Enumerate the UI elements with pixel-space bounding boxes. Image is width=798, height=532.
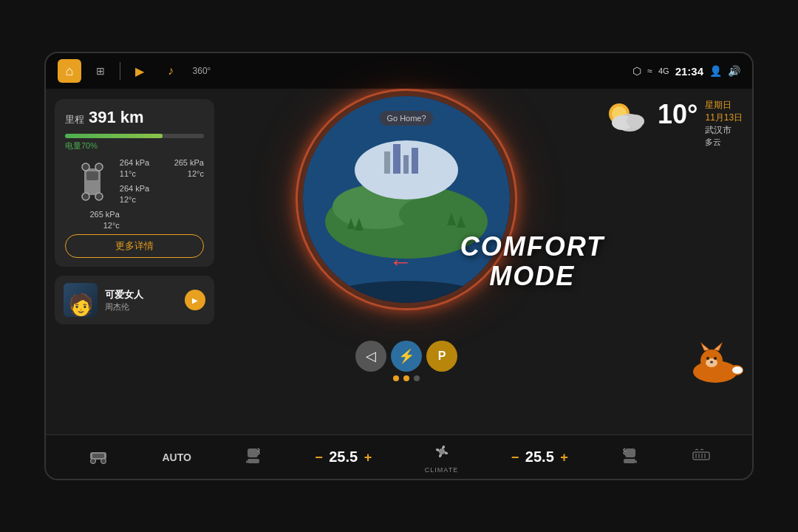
car-icon: [65, 160, 120, 204]
music-card: 🧑 可爱女人 周杰伦 ▶: [55, 276, 214, 324]
tire-rr: 265 kPa12°c: [65, 209, 120, 232]
comfort-line1: COMFORT: [460, 232, 604, 262]
tire-fl: 264 kPa11°c: [120, 157, 149, 180]
svg-rect-13: [403, 155, 409, 174]
song-title: 可爱女人: [105, 288, 177, 301]
svg-point-3: [95, 193, 103, 200]
svg-rect-42: [248, 459, 259, 463]
svg-point-2: [82, 193, 89, 200]
weather-card: 10° 星期日 11月13日 武汉市 多云: [598, 99, 743, 148]
go-home-badge[interactable]: Go Home?: [379, 111, 433, 126]
svg-point-4: [82, 163, 89, 171]
svg-point-39: [90, 458, 95, 463]
navigation-mode-btn[interactable]: ◁: [355, 341, 386, 372]
dot-3[interactable]: [414, 375, 420, 381]
home-icon[interactable]: ⌂: [58, 59, 81, 83]
profile-icon[interactable]: 👤: [709, 65, 722, 77]
weather-date: 11月13日: [705, 112, 743, 124]
left-temp-minus[interactable]: −: [315, 451, 323, 464]
music-icon[interactable]: ♪: [159, 59, 183, 83]
right-temp-controls: − 25.5 +: [511, 449, 568, 466]
center-globe-area: Go Home?: [223, 89, 590, 434]
battery-percent: 电量70%: [65, 140, 204, 151]
range-card: 里程 391 km 电量70% 264 kPa11°c: [55, 99, 214, 267]
weather-icon: [598, 99, 650, 136]
comfort-mode-text: COMFORT MODE: [460, 232, 604, 290]
auto-label: AUTO: [162, 451, 191, 463]
svg-point-5: [95, 163, 103, 171]
weather-temp-box: 10°: [658, 99, 698, 130]
right-temp-minus[interactable]: −: [511, 451, 519, 464]
svg-point-44: [439, 449, 445, 454]
album-art: 🧑: [64, 283, 98, 317]
fox-character: [671, 335, 745, 386]
svg-point-33: [714, 357, 717, 360]
svg-rect-41: [248, 449, 258, 457]
page-dots: [393, 375, 420, 381]
svg-rect-14: [412, 148, 418, 174]
climate-fan-icon: [432, 441, 452, 466]
left-temp-plus[interactable]: +: [364, 451, 372, 464]
volume-icon[interactable]: 🔊: [728, 65, 740, 77]
vr-icon[interactable]: 360°: [190, 59, 214, 83]
left-temp-value: 25.5: [327, 449, 360, 466]
artist-name: 周杰伦: [105, 301, 177, 313]
temperature: 10°: [658, 99, 698, 130]
seat-heat-left-icon[interactable]: [245, 446, 262, 469]
wifi-icon: ≈: [647, 66, 652, 76]
weather-day: 星期日: [705, 99, 743, 112]
top-navigation: ⌂ ⊞ ▶ ♪ 360° ⬡ ≈ 4G 21:34 👤 🔊: [46, 53, 752, 89]
range-label: 里程: [65, 113, 84, 126]
right-panel: 10° 星期日 11月13日 武汉市 多云: [590, 89, 752, 434]
comfort-line2: MODE: [460, 262, 604, 291]
nav-right-status: ⬡ ≈ 4G 21:34 👤 🔊: [632, 65, 740, 78]
svg-rect-12: [393, 144, 400, 174]
battery-bar-bg: [65, 134, 204, 138]
play-button[interactable]: ▶: [185, 290, 205, 310]
left-panel: 里程 391 km 电量70% 264 kPa11°c: [46, 89, 223, 434]
main-content: 里程 391 km 电量70% 264 kPa11°c: [46, 89, 752, 434]
signal-icon: 4G: [658, 66, 669, 75]
dot-1[interactable]: [393, 375, 399, 381]
left-temp-controls: − 25.5 +: [315, 449, 372, 466]
rear-defrost-icon[interactable]: [692, 448, 711, 466]
seat-heat-right-icon[interactable]: [621, 446, 638, 469]
svg-point-24: [627, 115, 644, 128]
grid-icon[interactable]: ⊞: [89, 59, 112, 83]
main-screen: ⌂ ⊞ ▶ ♪ 360° ⬡ ≈ 4G 21:34 👤 🔊 里程 391 km: [44, 52, 754, 480]
more-details-button[interactable]: 更多详情: [65, 234, 204, 258]
bluetooth-icon: ⬡: [632, 65, 641, 77]
tire-rl: 264 kPa12°c: [120, 183, 149, 206]
auto-section: AUTO: [162, 451, 191, 463]
climate-label: CLIMATE: [425, 466, 458, 474]
dot-2[interactable]: [403, 375, 409, 381]
car-bottom-icon: [87, 448, 109, 467]
range-value: 391: [89, 108, 116, 127]
svg-point-34: [710, 361, 713, 364]
svg-point-32: [706, 357, 709, 360]
artist-avatar: 🧑: [68, 293, 94, 317]
navigation-icon[interactable]: ▶: [128, 59, 151, 83]
mode-buttons: ◁ ⚡ P: [355, 341, 457, 372]
weather-city: 武汉市: [705, 124, 743, 137]
park-mode-btn[interactable]: P: [426, 341, 457, 372]
svg-rect-48: [693, 452, 709, 460]
nav-divider: [120, 62, 120, 80]
nav-left-icons: ⌂ ⊞ ▶ ♪ 360°: [58, 59, 214, 83]
weather-condition: 多云: [705, 137, 743, 148]
tire-grid: 264 kPa11°c 265 kPa12°c: [65, 157, 204, 231]
climate-center[interactable]: CLIMATE: [425, 441, 458, 474]
svg-point-36: [732, 366, 743, 374]
range-unit: km: [120, 108, 144, 127]
tire-fr: 265 kPa12°c: [149, 157, 204, 180]
right-temp-value: 25.5: [523, 449, 556, 466]
svg-point-40: [100, 458, 106, 463]
music-info: 可爱女人 周杰伦: [105, 288, 177, 313]
right-temp-plus[interactable]: +: [560, 451, 568, 464]
svg-rect-11: [384, 151, 390, 174]
charge-mode-btn[interactable]: ⚡: [391, 341, 422, 372]
battery-bar-fill: [65, 134, 163, 138]
svg-rect-1: [86, 171, 98, 180]
bottom-bar: AUTO − 25.5 +: [46, 434, 752, 479]
svg-rect-38: [92, 454, 104, 458]
